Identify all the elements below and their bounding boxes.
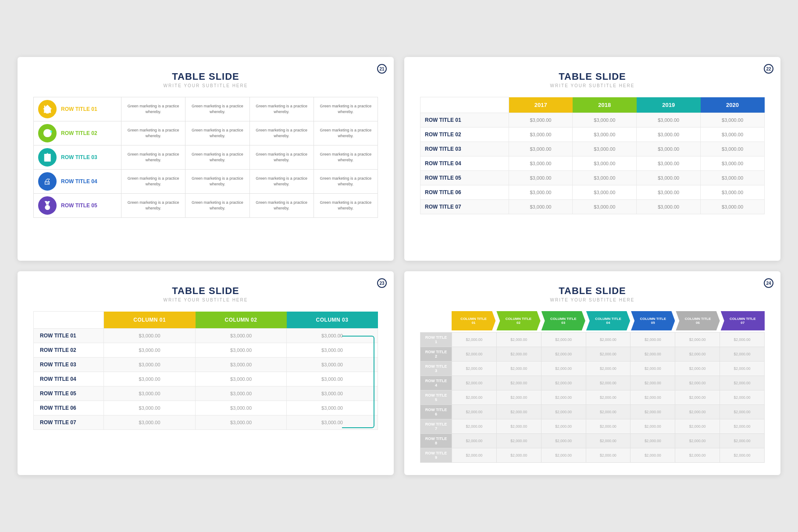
slide2-cell: $3,000.00 [637,170,701,185]
col-header-0: COLUMN 01 [104,312,196,329]
slide3-highlighted-cell: $3,000.00 [287,372,378,386]
slide4-cell: $2,000.00 [452,448,497,463]
slide2-row-label: ROW TITLE 06 [420,185,509,199]
slide2-cell: $3,000.00 [509,156,573,170]
slide2-cell: $3,000.00 [701,156,765,170]
slide1-cell: Green marketing is a practice whereby. [185,121,249,145]
slide2-cell: $3,000.00 [701,142,765,156]
slide-1-title: TABLE SLIDE [33,71,378,82]
slide3-row-label: ROW TITLE 05 [34,386,104,401]
slide2-cell: $3,000.00 [509,142,573,156]
slide2-cell: $3,000.00 [509,199,573,214]
slide3-cell: $3,000.00 [104,372,196,386]
slide1-cell: Green marketing is a practice whereby. [314,145,378,170]
slide2-cell: $3,000.00 [509,185,573,199]
slide4-cell: $2,000.00 [631,419,675,434]
slide4-cell: $2,000.00 [452,434,497,448]
row-title: ROW TITLE 01 [61,106,97,112]
slide-3-title: TABLE SLIDE [33,285,378,297]
slide4-cell: $2,000.00 [541,419,586,434]
slide1-cell: Green marketing is a practice whereby. [314,121,378,145]
slide3-cell: $3,000.00 [104,415,196,429]
slide4-cell: $2,000.00 [586,448,631,463]
slide4-col-header-0: COLUMN TITLE01 [452,311,495,330]
slide1-cell: Green marketing is a practice whereby. [121,170,185,194]
slide4-cell: $2,000.00 [720,362,765,376]
slide2-row-label: ROW TITLE 07 [420,199,509,214]
slide-1-subtitle: WRITE YOUR SUBTITLE HERE [33,83,378,88]
slide2-row-label: ROW TITLE 03 [420,142,509,156]
slide4-cell: $2,000.00 [496,434,541,448]
slide2-cell: $3,000.00 [509,113,573,127]
slides-grid: 21 TABLE SLIDE WRITE YOUR SUBTITLE HERE … [18,57,780,475]
col-header-2: COLUMN 03 [287,312,378,329]
slide1-cell: Green marketing is a practice whereby. [249,121,314,145]
slide2-table: 2017201820192020ROW TITLE 01$3,000.00$3,… [420,97,765,214]
slide4-col-header-1: COLUMN TITLE02 [496,311,540,330]
slide-3: 23 TABLE SLIDE WRITE YOUR SUBTITLE HERE … [18,271,394,475]
slide1-row-title-cell: 🖨 ROW TITLE 04 [34,170,121,194]
slide1-cell: Green marketing is a practice whereby. [185,145,249,170]
slide4-cell: $2,000.00 [496,405,541,419]
slide1-cell: Green marketing is a practice whereby. [314,170,378,194]
slide4-cell: $2,000.00 [541,405,586,419]
slide2-cell: $3,000.00 [637,185,701,199]
slide4-cell: $2,000.00 [720,376,765,390]
slide2-cell: $3,000.00 [701,170,765,185]
slide4-cell: $2,000.00 [586,405,631,419]
slide4-row-label: ROW TITLE 3 [420,362,452,376]
slide4-arrow-headers: COLUMN TITLE01COLUMN TITLE02COLUMN TITLE… [452,311,765,330]
slide3-highlighted-cell: $3,000.00 [287,415,378,429]
slide4-cell: $2,000.00 [675,333,720,347]
slide-4-title: TABLE SLIDE [420,285,765,297]
slide1-row-title-cell: 🎯 ROW TITLE 02 [34,121,121,145]
slide2-cell: $3,000.00 [701,199,765,214]
slide-4-header: TABLE SLIDE WRITE YOUR SUBTITLE HERE [420,285,765,302]
slide2-cell: $3,000.00 [701,113,765,127]
slide-1-header: TABLE SLIDE WRITE YOUR SUBTITLE HERE [33,71,378,88]
slide4-col-header-3: COLUMN TITLE04 [586,311,630,330]
slide2-cell: $3,000.00 [701,185,765,199]
slide3-row-label: ROW TITLE 04 [34,372,104,386]
slide-3-subtitle: WRITE YOUR SUBTITLE HERE [33,298,378,302]
slide4-col-header-5: COLUMN TITLE06 [676,311,720,330]
slide2-cell: $3,000.00 [573,113,637,127]
row-title: ROW TITLE 04 [61,178,97,184]
slide4-col-header-2: COLUMN TITLE03 [542,311,585,330]
row-title: ROW TITLE 05 [61,202,97,209]
slide4-cell: $2,000.00 [631,448,675,463]
slide1-row-title-cell: 📋 ROW TITLE 03 [34,145,121,170]
slide4-cell: $2,000.00 [631,405,675,419]
slide3-cell: $3,000.00 [196,415,287,429]
slide4-cell: $2,000.00 [631,390,675,405]
slide2-cell: $3,000.00 [509,127,573,142]
year-header-2020: 2020 [701,97,765,113]
slide4-cell: $2,000.00 [541,434,586,448]
slide-2-subtitle: WRITE YOUR SUBTITLE HERE [420,83,765,88]
slide4-cell: $2,000.00 [452,390,497,405]
slide1-cell: Green marketing is a practice whereby. [185,194,249,218]
slide1-cell: Green marketing is a practice whereby. [314,97,378,121]
slide-2-title: TABLE SLIDE [420,71,765,82]
slide4-cell: $2,000.00 [586,419,631,434]
slide2-cell: $3,000.00 [637,156,701,170]
slide1-cell: Green marketing is a practice whereby. [249,145,314,170]
slide1-cell: Green marketing is a practice whereby. [314,194,378,218]
slide4-col-header-6: COLUMN TITLE07 [721,311,765,330]
slide3-row-label: ROW TITLE 06 [34,401,104,415]
slide-number-2: 22 [764,64,773,74]
slide4-cell: $2,000.00 [586,434,631,448]
slide4-cell: $2,000.00 [496,362,541,376]
slide4-cell: $2,000.00 [631,376,675,390]
slide-number-3: 23 [377,278,387,288]
slide-4-subtitle: WRITE YOUR SUBTITLE HERE [420,298,765,302]
slide4-row-label: ROW TITLE 6 [420,405,452,419]
slide4-cell: $2,000.00 [496,333,541,347]
slide3-cell: $3,000.00 [104,386,196,401]
slide3-cell: $3,000.00 [196,372,287,386]
slide4-cell: $2,000.00 [452,405,497,419]
slide3-cell: $3,000.00 [104,401,196,415]
slide3-wrapper: COLUMN 01COLUMN 02COLUMN 03ROW TITLE 01$… [33,311,378,430]
slide-4-table-container: COLUMN TITLE01COLUMN TITLE02COLUMN TITLE… [420,311,765,463]
slide4-cell: $2,000.00 [631,434,675,448]
